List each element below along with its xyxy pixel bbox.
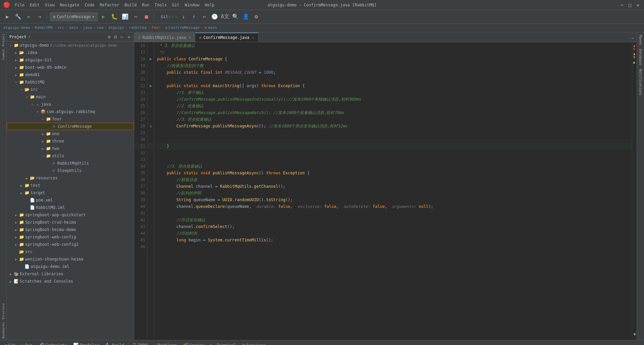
- scroll-down-btn[interactable]: ▼: [634, 332, 636, 337]
- tree-item-target[interactable]: ▶ 📁 target: [7, 189, 134, 196]
- tree-item-rabbitmq[interactable]: ▾ 📁 RabbitMQ: [7, 78, 134, 86]
- toolbar-forward-btn[interactable]: →: [35, 12, 44, 21]
- sidebar-dropdown[interactable]: ▾: [29, 35, 31, 39]
- tree-item-utils[interactable]: ▾ 📁 utils: [7, 152, 134, 160]
- menu-file[interactable]: File: [13, 2, 26, 8]
- menu-view[interactable]: View: [43, 2, 57, 8]
- tree-item-test[interactable]: ▶ 📁 test: [7, 182, 134, 189]
- breadcrumb-java[interactable]: java: [83, 25, 92, 30]
- tab-confirmmessage-close[interactable]: ✕: [252, 36, 254, 40]
- sidebar-options[interactable]: ⋯: [119, 34, 123, 40]
- sidebar-collapse[interactable]: ⊟: [113, 34, 117, 40]
- breadcrumb-com[interactable]: com: [97, 25, 103, 30]
- tab-confirmmessage[interactable]: m ConfirmMessage.java ✕: [195, 33, 259, 42]
- menu-window[interactable]: Window: [183, 2, 201, 8]
- menu-tools[interactable]: Tools: [153, 2, 169, 8]
- tree-item-src[interactable]: ▾ 📂 src: [7, 86, 134, 93]
- bottom-git[interactable]: ◀ Git: [1, 341, 18, 345]
- tool-structure[interactable]: Structure: [1, 302, 6, 321]
- breadcrumb-rabbitmq[interactable]: rabbitmq: [129, 25, 147, 30]
- tree-item-atguigu-git[interactable]: ▶ 📁 atguigu-Git: [7, 56, 134, 64]
- tab-rabbitmqutils-close[interactable]: ✕: [189, 36, 191, 39]
- toolbar-run-btn[interactable]: ▶: [3, 12, 12, 21]
- tree-item-rabbitmq-iml[interactable]: ▶ 📄 RabbitMQ.iml: [7, 204, 134, 211]
- toolbar-stop[interactable]: ■: [142, 12, 151, 21]
- bottom-problems[interactable]: ⚠ Problems: [151, 341, 180, 345]
- tree-item-boot-web[interactable]: ▶ 📁 boot-web-05-admin: [7, 64, 134, 71]
- tree-item-rabbitmqutils[interactable]: ▶ ⊙ RabbitMqUtils: [7, 160, 134, 167]
- menu-git[interactable]: Git: [170, 2, 181, 8]
- breadcrumb-project[interactable]: atguigu-demo: [3, 25, 30, 30]
- bottom-run[interactable]: ▶ Run: [19, 341, 36, 345]
- toolbar-settings[interactable]: ⚙: [252, 12, 261, 21]
- bottom-profiler[interactable]: 📊 Profiler: [70, 341, 102, 345]
- bottom-terminal[interactable]: ▶_ Terminal: [208, 341, 239, 345]
- tree-item-springboot-aop[interactable]: ▶ 📁 springboot-aop-quickstart: [7, 211, 134, 219]
- sidebar-close[interactable]: ✕: [127, 34, 131, 40]
- menu-refactor[interactable]: Refactor: [98, 2, 121, 8]
- tree-item-springboot-web2[interactable]: ▶ 📁 springboot-web-config2: [7, 241, 134, 248]
- tab-more-button[interactable]: ⋯: [629, 35, 637, 42]
- configuration-dropdown[interactable]: ⚙ ConfirmMessage ▾: [50, 12, 98, 21]
- run-arrow-22[interactable]: ▶: [150, 83, 152, 88]
- tree-item-demo01[interactable]: ▶ 📁 demo01: [7, 71, 134, 78]
- git-update[interactable]: ↓: [179, 12, 188, 21]
- toolbar-back-btn[interactable]: ←: [24, 12, 34, 21]
- toolbar-search[interactable]: 🔍: [231, 12, 240, 21]
- tree-item-four[interactable]: ▾ 📁 four: [7, 115, 134, 123]
- code-content[interactable]: * 3、异步批量确认 */ public class ConfirmMessag…: [154, 42, 632, 340]
- tree-item-resources[interactable]: ▶ 📂 resources: [7, 174, 134, 182]
- tree-item-two[interactable]: ▶ 📁 two: [7, 145, 134, 152]
- scroll-up-btn[interactable]: ▲: [633, 60, 635, 64]
- breadcrumb-main-method[interactable]: main: [208, 25, 217, 30]
- menu-run[interactable]: Run: [140, 2, 151, 8]
- menu-code[interactable]: Code: [83, 2, 97, 8]
- maximize-button[interactable]: □: [627, 2, 633, 8]
- tool-notifications[interactable]: Notifications: [638, 68, 643, 97]
- tree-item-ext-lib[interactable]: ▶ 📚 External Libraries: [7, 270, 134, 278]
- tool-commit[interactable]: Commit: [1, 48, 6, 61]
- bottom-endpoints[interactable]: 🔗 Endpoints: [36, 341, 70, 345]
- close-button[interactable]: ✕: [635, 2, 641, 8]
- toolbar-debug[interactable]: 🐛: [110, 12, 119, 21]
- toolbar-more-run[interactable]: ⋯: [131, 12, 141, 21]
- tree-item-one[interactable]: ▶ 📁 one: [7, 130, 134, 137]
- tree-item-atguigu-iml[interactable]: ▶ 📄 atguigu-demo.iml: [7, 263, 134, 270]
- tree-item-main[interactable]: ▾ 📁 main: [7, 93, 134, 101]
- toolbar-profile-btn[interactable]: 🔧: [13, 12, 23, 21]
- breadcrumb-atguigu[interactable]: atguigu: [108, 25, 124, 30]
- git-push[interactable]: ↑: [189, 12, 199, 21]
- tree-item-three[interactable]: ▶ 📁 three: [7, 137, 134, 145]
- breadcrumb-four[interactable]: four: [152, 25, 161, 30]
- bottom-build[interactable]: 🔨 Build: [103, 341, 127, 345]
- tree-item-src2[interactable]: ▶ 📂 src: [7, 248, 134, 255]
- tool-database[interactable]: Database: [638, 48, 643, 66]
- git-rollback[interactable]: ↩: [200, 12, 209, 21]
- breadcrumb-src[interactable]: src: [58, 25, 64, 30]
- menu-help[interactable]: Help: [203, 2, 216, 8]
- tree-item-scratches[interactable]: ▶ 📝 Scratches and Consoles: [7, 278, 134, 285]
- tool-maven[interactable]: Maven: [638, 34, 643, 46]
- toolbar-avatar[interactable]: 👤: [241, 12, 251, 21]
- bottom-services[interactable]: ⚙ Services: [239, 341, 268, 345]
- tree-item-com-pkg[interactable]: ▾ 📦 com.atguigu.rabbitmq: [7, 108, 134, 115]
- breadcrumb-class[interactable]: ⊙ ConfirmMessage: [165, 25, 200, 30]
- tree-item-springboot-web[interactable]: ▶ 📁 springboot-web-config: [7, 233, 134, 241]
- tree-item-pom[interactable]: ▶ 📄 pom.xml: [7, 196, 134, 204]
- tab-rabbitmqutils[interactable]: ⊙ RabbitMqUtils.java ✕: [134, 33, 195, 42]
- tree-item-sleeputils[interactable]: ▶ ⊙ SleepUtils: [7, 167, 134, 174]
- breadcrumb-method[interactable]: m: [205, 25, 207, 30]
- tree-item-wenjian[interactable]: ▶ 📁 wenjian-shangchuan-heima: [7, 255, 134, 263]
- menu-navigate[interactable]: Navigate: [58, 2, 82, 8]
- minimize-button[interactable]: ─: [619, 2, 625, 8]
- run-arrow-18[interactable]: ▶: [150, 57, 152, 61]
- toolbar-coverage[interactable]: 📊: [120, 12, 130, 21]
- tree-item-java[interactable]: ▾ ☕ java: [7, 101, 134, 108]
- tool-project[interactable]: Project: [1, 32, 6, 48]
- git-translate[interactable]: A文: [220, 12, 230, 21]
- bottom-todo[interactable]: ☰ TODO: [130, 341, 150, 345]
- bottom-spring[interactable]: 🌿 Spring: [180, 341, 207, 345]
- breadcrumb-module[interactable]: RabbitMQ: [35, 25, 53, 30]
- menu-build[interactable]: Build: [122, 2, 139, 8]
- breadcrumb-main[interactable]: main: [69, 25, 78, 30]
